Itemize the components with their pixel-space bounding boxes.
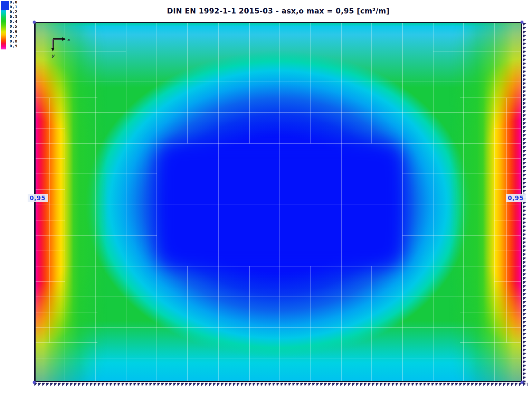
legend-value: 0,6 [10, 29, 18, 34]
node-marker-top-right [521, 21, 524, 24]
support-hatch-bottom [34, 383, 528, 387]
axis-y-label: y [51, 53, 55, 58]
axis-x-label: x [67, 37, 70, 42]
node-marker-bottom-right [521, 381, 524, 384]
x-arrowhead-icon [62, 37, 66, 41]
legend-value: 0,8 [10, 39, 18, 44]
node-marker-bottom-left [33, 381, 36, 384]
legend-value: 0,4 [10, 19, 18, 24]
legend-color-bar [1, 1, 6, 49]
max-value-label-right: 0,95 [506, 194, 526, 202]
max-value-label-left: 0,95 [28, 194, 48, 202]
legend-labels: 0,00,10,20,30,40,50,60,70,80,9 [10, 0, 18, 49]
plot-title: DIN EN 1992-1-1 2015-03 - asx,o max = 0,… [34, 7, 522, 15]
legend-value: 0,7 [10, 34, 18, 39]
node-marker-top-left [33, 21, 36, 24]
y-arrowhead-icon [51, 48, 55, 51]
legend-value: 0,0 [10, 0, 18, 5]
support-hatch-right [523, 22, 528, 385]
legend-value: 0,2 [10, 10, 18, 15]
contour-plot-canvas[interactable] [34, 22, 522, 382]
legend-value: 0,3 [10, 15, 18, 19]
legend-value: 0,1 [10, 5, 18, 10]
legend-top-block [1, 1, 9, 10]
legend-value: 0,9 [10, 44, 18, 49]
axis-indicator: x y [48, 34, 70, 59]
fe-mesh-grid [36, 23, 521, 381]
result-canvas: DIN EN 1992-1-1 2015-03 - asx,o max = 0,… [0, 0, 532, 394]
legend-value: 0,5 [10, 24, 18, 29]
